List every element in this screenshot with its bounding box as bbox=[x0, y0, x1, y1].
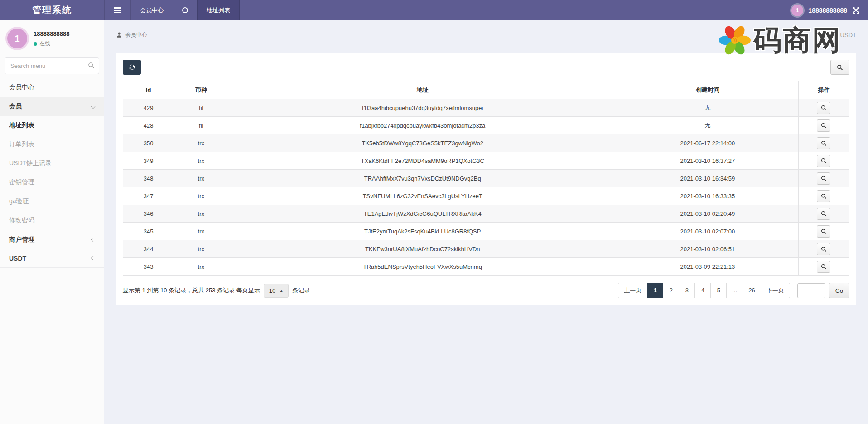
chevron-left-icon bbox=[91, 238, 96, 242]
nav-tab-member-center[interactable]: 会员中心 bbox=[130, 0, 173, 20]
view-button[interactable] bbox=[817, 102, 830, 114]
sidebar-item-5[interactable]: 密钥管理 bbox=[0, 173, 104, 192]
view-button[interactable] bbox=[817, 190, 830, 202]
table-header-row: Id币种地址创建时间操作 bbox=[123, 81, 849, 99]
cell-coin: trx bbox=[174, 205, 228, 223]
search-icon bbox=[837, 64, 843, 71]
cell-created: 2021-03-10 02:06:51 bbox=[617, 240, 799, 258]
cell-created: 2021-03-10 02:20:49 bbox=[617, 205, 799, 223]
chevron-down-icon bbox=[91, 104, 96, 109]
search-icon bbox=[821, 158, 827, 164]
column-header: 地址 bbox=[228, 81, 617, 99]
page-size-select[interactable]: 10 ▲ bbox=[264, 284, 289, 298]
view-button[interactable] bbox=[817, 261, 830, 273]
user-avatar[interactable]: 1 bbox=[791, 5, 803, 16]
page-button-5[interactable]: 5 bbox=[710, 283, 727, 298]
page-button-26[interactable]: 26 bbox=[743, 283, 761, 298]
page-button-上一页[interactable]: 上一页 bbox=[618, 283, 647, 298]
sidebar-item-label: 会员中心 bbox=[9, 83, 34, 91]
page-button-下一页[interactable]: 下一页 bbox=[761, 283, 790, 298]
cell-created: 2021-03-10 16:33:35 bbox=[617, 187, 799, 205]
sidebar-item-label: USDT bbox=[9, 255, 26, 262]
user-icon bbox=[116, 32, 122, 38]
sidebar-item-6[interactable]: ga验证 bbox=[0, 192, 104, 211]
search-icon bbox=[821, 229, 827, 234]
nav-tab-address-list[interactable]: 地址列表 bbox=[197, 0, 240, 20]
table-row: 429filf1l3aa4hibcupuehu37dq3uytdq7xeilml… bbox=[123, 99, 849, 117]
cell-address: TRah5dENSprsVtyeh5HeoFVXwXs5uMcnmq bbox=[228, 258, 617, 276]
address-table: Id币种地址创建时间操作 429filf1l3aa4hibcupuehu37dq… bbox=[123, 81, 849, 276]
search-icon bbox=[821, 140, 827, 146]
cell-address: TK5eb5tDWw8YgqC73GeS5kTEZ3gwNigWo2 bbox=[228, 134, 617, 152]
pagination-summary-suffix: 条记录 bbox=[292, 286, 310, 295]
sidebar-item-7[interactable]: 修改密码 bbox=[0, 211, 104, 230]
column-header: 操作 bbox=[798, 81, 849, 99]
search-icon bbox=[821, 193, 827, 199]
page-button-3[interactable]: 3 bbox=[679, 283, 695, 298]
cell-address: f1abjxfbp274xpdqcpuaykwkfb43omjotacm2p3z… bbox=[228, 117, 617, 134]
view-button[interactable] bbox=[817, 119, 830, 132]
cell-actions bbox=[798, 117, 849, 134]
sidebar-item-1[interactable]: 会员 bbox=[0, 97, 104, 116]
search-icon bbox=[821, 264, 827, 270]
cell-created: 2021-03-10 02:07:00 bbox=[617, 223, 799, 240]
cell-created: 无 bbox=[617, 99, 799, 117]
view-button[interactable] bbox=[817, 155, 830, 167]
page-button-4[interactable]: 4 bbox=[694, 283, 711, 298]
nav-tab-label: 会员中心 bbox=[140, 6, 164, 14]
go-button[interactable]: Go bbox=[829, 283, 849, 298]
view-button[interactable] bbox=[817, 243, 830, 255]
sidebar-item-8[interactable]: 商户管理 bbox=[0, 230, 104, 249]
sidebar-item-4[interactable]: USDT链上记录 bbox=[0, 154, 104, 173]
pagination-summary: 显示第 1 到第 10 条记录，总共 253 条记录 每页显示 bbox=[123, 286, 260, 295]
cell-coin: trx bbox=[174, 223, 228, 240]
sidebar-item-9[interactable]: USDT bbox=[0, 249, 104, 268]
main-content: 码商网 会员中心 USDT bbox=[104, 20, 868, 424]
sidebar-item-0[interactable]: 会员中心 bbox=[0, 78, 104, 97]
page-button-2[interactable]: 2 bbox=[663, 283, 679, 298]
cell-address: TRAAhftMxX7vu3qn7VxsDCzUt9NDGvq2Bq bbox=[228, 170, 617, 187]
cell-actions bbox=[798, 170, 849, 187]
view-button[interactable] bbox=[817, 225, 830, 238]
cell-address: TE1AgEJivTjWzXdGicG6uQULTRXRkaAkK4 bbox=[228, 205, 617, 223]
page-button-1[interactable]: 1 bbox=[647, 283, 663, 298]
view-button[interactable] bbox=[817, 172, 830, 185]
sidebar-toggle-button[interactable] bbox=[104, 0, 130, 20]
cell-coin: fil bbox=[174, 99, 228, 117]
online-dot-icon bbox=[34, 42, 37, 46]
sidebar-item-2[interactable]: 地址列表 bbox=[0, 116, 104, 135]
cell-actions bbox=[798, 152, 849, 170]
refresh-icon bbox=[129, 64, 135, 71]
cell-actions bbox=[798, 187, 849, 205]
refresh-button[interactable] bbox=[123, 60, 141, 75]
sidebar-item-label: ga验证 bbox=[9, 197, 29, 205]
search-toggle-button[interactable] bbox=[830, 60, 849, 75]
cell-address: f1l3aa4hibcupuehu37dq3uytdq7xeilmlomsupe… bbox=[228, 99, 617, 117]
table-row: 344trxTKKFw3nrUA8jXMuAfzhDcnC72skikhHVDn… bbox=[123, 240, 849, 258]
search-input[interactable] bbox=[5, 57, 99, 74]
sidebar-item-label: USDT链上记录 bbox=[9, 159, 52, 167]
cell-id: 349 bbox=[123, 152, 174, 170]
cell-address: TSvNFUMLL6zG32vEnSAevc3LgUsLYHzeeT bbox=[228, 187, 617, 205]
chevron-left-icon bbox=[91, 256, 96, 261]
cell-actions bbox=[798, 258, 849, 276]
view-button[interactable] bbox=[817, 137, 830, 149]
view-button[interactable] bbox=[817, 208, 830, 220]
table-row: 346trxTE1AgEJivTjWzXdGicG6uQULTRXRkaAkK4… bbox=[123, 205, 849, 223]
user-phone[interactable]: 18888888888 bbox=[808, 7, 847, 14]
nav-tab-label: 地址列表 bbox=[207, 6, 230, 14]
cell-actions bbox=[798, 223, 849, 240]
sidebar-item-3[interactable]: 订单列表 bbox=[0, 135, 104, 154]
table-row: 347trxTSvNFUMLL6zG32vEnSAevc3LgUsLYHzeeT… bbox=[123, 187, 849, 205]
corner-usdt-label: USDT bbox=[840, 32, 856, 38]
nav-tab-circle[interactable] bbox=[173, 0, 197, 20]
fullscreen-icon[interactable] bbox=[852, 6, 860, 14]
breadcrumb[interactable]: 会员中心 bbox=[125, 31, 147, 39]
table-row: 349trxTXaK6KtdFF2e72MDD4saMM9oRP1QXotG3C… bbox=[123, 152, 849, 170]
cell-id: 348 bbox=[123, 170, 174, 187]
goto-page-input[interactable] bbox=[797, 283, 825, 298]
online-status: 在线 bbox=[39, 40, 50, 48]
cell-address: TXaK6KtdFF2e72MDD4saMM9oRP1QXotG3C bbox=[228, 152, 617, 170]
cell-created: 2021-03-09 22:21:13 bbox=[617, 258, 799, 276]
cell-created: 2021-03-10 16:37:27 bbox=[617, 152, 799, 170]
